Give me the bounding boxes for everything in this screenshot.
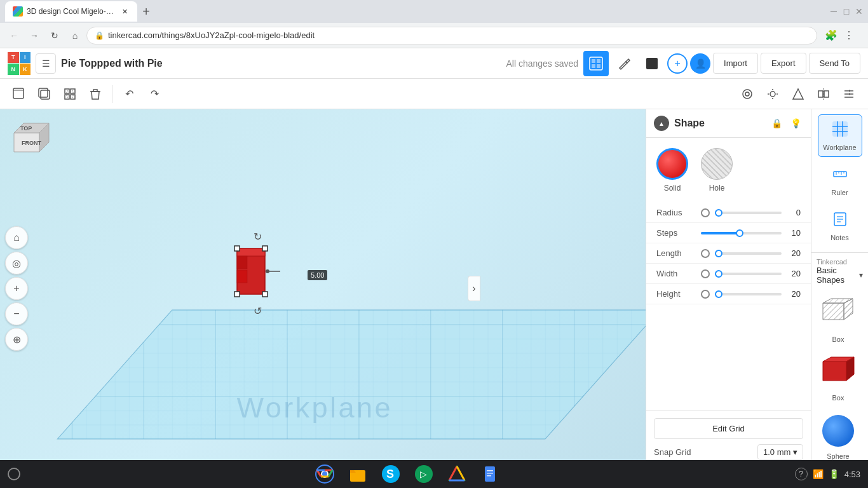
home-button[interactable]: ⌂ xyxy=(66,27,84,44)
shape-info-button[interactable]: 💡 xyxy=(788,116,803,131)
shape-lock-button[interactable]: 🔒 xyxy=(769,116,784,131)
orientation-cube[interactable]: FRONT TOP xyxy=(8,117,58,168)
delete-button[interactable] xyxy=(84,83,107,105)
radius-label: Radius xyxy=(656,208,701,217)
taskbar-docs-app[interactable] xyxy=(478,463,501,485)
height-label: Height xyxy=(656,289,701,299)
viewport[interactable]: Workplane FRONT TOP ⌂ ◎ + − ⊕ ↻ xyxy=(0,109,646,468)
fit-view-button[interactable]: ◎ xyxy=(5,252,28,274)
browser-tab[interactable]: 3D design Cool Migelo-Blad | Tin ✕ xyxy=(5,1,137,22)
mirror-button[interactable] xyxy=(812,83,835,105)
length-value: 20 xyxy=(782,248,801,258)
shape-item-sphere-blue[interactable]: Sphere xyxy=(817,409,860,463)
add-user-button[interactable]: + xyxy=(667,53,688,74)
home-view-button[interactable]: ⌂ xyxy=(5,226,28,249)
send-to-button[interactable]: Send To xyxy=(809,53,860,74)
3d-object[interactable]: ↻ 5.00 ↺ xyxy=(219,242,295,306)
import-button[interactable]: Import xyxy=(713,53,758,74)
copy-button[interactable] xyxy=(33,83,56,105)
length-knob[interactable] xyxy=(701,249,710,258)
new-shape-button[interactable] xyxy=(8,83,31,105)
solid-shape-option[interactable]: Solid xyxy=(656,148,688,193)
hammer-tool-button[interactable] xyxy=(611,51,637,76)
export-button[interactable]: Export xyxy=(761,53,806,74)
align-button[interactable] xyxy=(837,83,860,105)
extensions-area: 🧩 ⋮ xyxy=(820,27,863,44)
forward-button[interactable]: → xyxy=(25,27,43,44)
length-property: Length 20 xyxy=(646,243,811,264)
extension-icon[interactable]: 🧩 xyxy=(825,29,837,42)
close-button[interactable]: ✕ xyxy=(855,8,863,15)
address-bar[interactable]: 🔒 tinkercad.com/things/8xUoJY2aZpl-cool-… xyxy=(86,27,817,44)
shapes-library: Box xyxy=(811,287,868,468)
browser-menu-button[interactable]: ⋮ xyxy=(840,27,858,44)
snap-grid-value[interactable]: 1.0 mm ▾ xyxy=(757,444,803,460)
app-menu-button[interactable]: ☰ xyxy=(36,53,56,74)
back-button[interactable]: ← xyxy=(5,27,23,44)
workplane-tab[interactable]: Workplane xyxy=(818,114,862,157)
workplane-tab-label: Workplane xyxy=(823,144,856,151)
object-svg xyxy=(219,242,295,306)
shape-tool-button[interactable] xyxy=(787,83,810,105)
taskbar-home-button[interactable] xyxy=(8,468,20,480)
taskbar-skype-app[interactable]: S xyxy=(379,463,402,485)
workplane-toggle-button[interactable] xyxy=(583,51,609,76)
hole-shape-option[interactable]: Hole xyxy=(701,148,733,193)
group-button[interactable] xyxy=(58,83,81,105)
new-tab-button[interactable]: + xyxy=(137,3,155,20)
shape-types: Solid Hole xyxy=(646,138,811,203)
height-knob[interactable] xyxy=(701,290,710,299)
taskbar-help-button[interactable]: ? xyxy=(795,468,808,480)
radius-slider[interactable] xyxy=(715,212,782,214)
light-icon xyxy=(766,88,779,100)
shape-item-hand[interactable]: Hands xyxy=(865,409,868,463)
redo-button[interactable]: ↷ xyxy=(143,83,166,105)
taskbar-files-app[interactable] xyxy=(346,463,369,485)
svg-marker-67 xyxy=(846,357,854,381)
panel-expand-button[interactable]: › xyxy=(468,276,480,301)
minimize-button[interactable]: ─ xyxy=(830,8,837,15)
width-knob[interactable] xyxy=(701,269,710,278)
restore-button[interactable]: □ xyxy=(843,8,850,15)
library-dropdown-row[interactable]: Basic Shapes ▾ xyxy=(817,266,863,285)
tab-close-button[interactable]: ✕ xyxy=(119,6,130,17)
svg-marker-84 xyxy=(449,466,465,480)
shape-item-cyl-orange[interactable]: Cylinder xyxy=(865,351,868,404)
shape-collapse-button[interactable]: ▲ xyxy=(654,116,669,131)
taskbar-left xyxy=(8,468,20,480)
light-button[interactable] xyxy=(761,83,784,105)
ruler-tab[interactable]: Ruler xyxy=(818,159,862,202)
undo-button[interactable]: ↶ xyxy=(118,83,140,105)
zoom-in-button[interactable]: + xyxy=(5,277,28,300)
height-slider[interactable] xyxy=(715,293,782,295)
steps-slider[interactable] xyxy=(701,232,782,234)
length-slider[interactable] xyxy=(715,252,782,255)
reload-button[interactable]: ↻ xyxy=(46,27,64,44)
shape-label-box-red: Box xyxy=(832,394,844,402)
notes-tab[interactable]: Notes xyxy=(818,205,862,247)
camera-icon xyxy=(741,88,754,100)
taskbar-right: ? 📶 🔋 4:53 xyxy=(795,468,860,480)
shape-item-box-red[interactable]: Box xyxy=(817,351,860,404)
edit-grid-button[interactable]: Edit Grid xyxy=(654,418,803,439)
taskbar-chrome-app[interactable] xyxy=(313,463,336,485)
width-slider[interactable] xyxy=(715,273,782,275)
grid-view-button[interactable]: ⊕ xyxy=(5,328,28,351)
hole-circle[interactable] xyxy=(701,148,733,180)
shape-item-box-gray[interactable]: Box xyxy=(817,292,860,346)
logo-cell-tr: I xyxy=(20,52,31,64)
taskbar-drive-app[interactable] xyxy=(445,463,468,485)
user-avatar-button[interactable]: 👤 xyxy=(690,53,710,74)
solid-circle[interactable] xyxy=(656,148,688,180)
rotate-handle-top[interactable]: ↻ xyxy=(254,231,262,243)
camera-view-button[interactable] xyxy=(736,83,759,105)
radius-knob[interactable] xyxy=(701,208,710,217)
rotate-handle-bottom[interactable]: ↺ xyxy=(254,305,262,317)
lock-icon: 🔒 xyxy=(95,31,104,40)
download-button[interactable] xyxy=(639,51,665,76)
zoom-out-button[interactable]: − xyxy=(5,302,28,325)
viewport-background: Workplane xyxy=(0,109,646,468)
taskbar-android-app[interactable]: ▷ xyxy=(412,463,435,485)
shape-item-cyl-gray[interactable]: Cylinder xyxy=(865,292,868,346)
width-slider-area xyxy=(701,269,782,278)
